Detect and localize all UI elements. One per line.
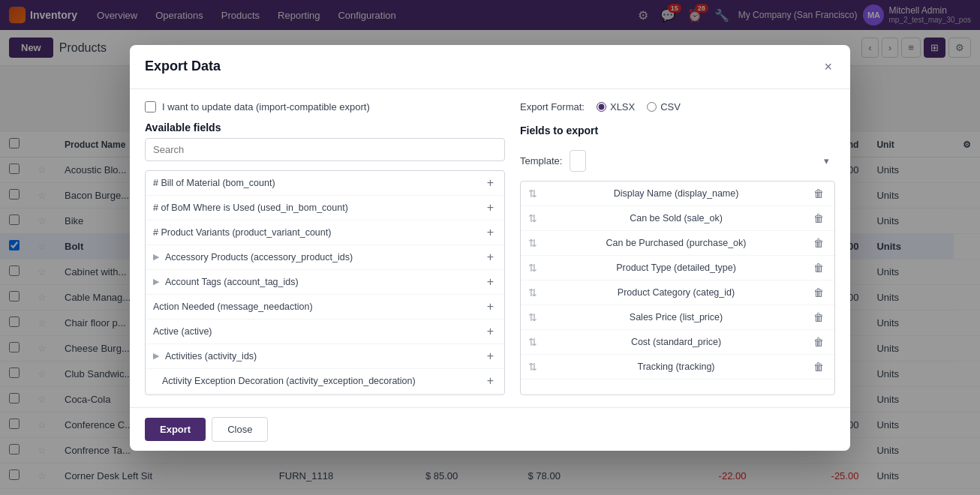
drag-handle-icon[interactable]: ⇅ [528,212,537,224]
list-item[interactable]: Action Needed (message_needaction) + [146,295,504,320]
list-item[interactable]: Activity Exception Decoration (activity_… [146,369,504,394]
close-dialog-button[interactable]: Close [212,417,268,442]
add-field-button[interactable]: + [484,224,497,241]
add-field-button[interactable]: + [484,200,497,216]
export-field-item: ⇅ Sales Price (list_price) 🗑 [521,305,834,330]
modal-close-button[interactable]: × [821,57,835,76]
export-field-label: Display Name (display_name) [614,188,739,199]
format-radio-group: XLSX CSV [597,101,681,112]
add-field-button[interactable]: + [484,373,497,389]
drag-handle-icon[interactable]: ⇅ [528,188,537,200]
drag-handle-icon[interactable]: ⇅ [528,336,537,348]
fields-search-input[interactable] [145,138,505,161]
template-select[interactable] [570,150,586,172]
template-select-wrap [570,150,835,172]
drag-handle-icon[interactable]: ⇅ [528,286,537,298]
delete-field-button[interactable]: 🗑 [810,359,827,374]
available-fields-list: # Bill of Material (bom_count) + # of Bo… [145,170,505,395]
drag-handle-icon[interactable]: ⇅ [528,262,537,274]
export-field-item: ⇅ Tracking (tracking) 🗑 [521,355,834,380]
export-field-label: Tracking (tracking) [637,362,714,372]
left-panel: I want to update data (import-compatible… [145,101,505,395]
modal-overlay[interactable]: Export Data × I want to update data (imp… [0,0,980,495]
template-label: Template: [520,155,562,166]
list-item[interactable]: # of BoM Where is Used (used_in_bom_coun… [146,196,504,220]
modal-body: I want to update data (import-compatible… [130,89,850,407]
delete-field-button[interactable]: 🗑 [810,211,827,226]
list-item[interactable]: ▶Activities (activity_ids) + [146,344,504,369]
list-item[interactable]: # Bill of Material (bom_count) + [146,171,504,196]
export-field-label: Sales Price (list_price) [630,312,723,322]
delete-field-button[interactable]: 🗑 [810,260,827,275]
import-check-row: I want to update data (import-compatible… [145,101,505,112]
available-fields-title: Available fields [145,122,505,134]
export-field-label: Cost (standard_price) [631,337,721,347]
export-field-label: Product Type (detailed_type) [616,262,736,273]
drag-handle-icon[interactable]: ⇅ [528,237,537,249]
import-compatible-checkbox[interactable] [145,101,156,112]
template-row: Template: [520,150,835,172]
fields-to-export-section: Fields to export [520,124,835,141]
export-field-item: ⇅ Can be Sold (sale_ok) 🗑 [521,206,834,231]
right-panel: Export Format: XLSX CSV Fields to expor [520,101,835,395]
add-field-button[interactable]: + [484,249,497,266]
export-button[interactable]: Export [145,418,206,441]
modal-footer: Export Close [130,407,850,451]
export-field-item: ⇅ Can be Purchased (purchase_ok) 🗑 [521,231,834,256]
add-field-button[interactable]: + [484,175,497,191]
drag-handle-icon[interactable]: ⇅ [528,361,537,373]
fields-to-export-title: Fields to export [520,124,835,136]
available-fields-section: Available fields [145,122,505,161]
add-field-button[interactable]: + [484,348,497,364]
list-item[interactable]: Active (active) + [146,320,504,344]
import-check-label: I want to update data (import-compatible… [162,101,370,112]
export-field-label: Product Category (categ_id) [618,287,735,298]
export-field-item: ⇅ Cost (standard_price) 🗑 [521,330,834,355]
modal-title: Export Data [145,58,221,74]
export-dialog: Export Data × I want to update data (imp… [130,45,850,451]
export-fields-list: ⇅ Display Name (display_name) 🗑 ⇅ Can be… [520,181,835,395]
delete-field-button[interactable]: 🗑 [810,334,827,350]
delete-field-button[interactable]: 🗑 [810,310,827,325]
format-xlsx[interactable]: XLSX [597,101,635,112]
list-item[interactable]: ▶Accessory Products (accessory_product_i… [146,245,504,270]
export-field-label: Can be Purchased (purchase_ok) [606,238,747,248]
csv-radio[interactable] [647,102,657,112]
delete-field-button[interactable]: 🗑 [810,186,827,201]
export-field-item: ⇅ Product Type (detailed_type) 🗑 [521,256,834,280]
export-field-item: ⇅ Display Name (display_name) 🗑 [521,182,834,206]
drag-handle-icon[interactable]: ⇅ [528,311,537,323]
modal-header: Export Data × [130,45,850,89]
list-item[interactable]: Activity State (activity_state) + [146,394,504,395]
format-csv[interactable]: CSV [647,101,681,112]
delete-field-button[interactable]: 🗑 [810,236,827,250]
add-field-button[interactable]: + [484,274,497,290]
delete-field-button[interactable]: 🗑 [810,285,827,300]
export-format-label: Export Format: [520,101,585,112]
export-format-row: Export Format: XLSX CSV [520,101,835,112]
export-field-label: Can be Sold (sale_ok) [630,213,723,224]
export-field-item: ⇅ Product Category (categ_id) 🗑 [521,280,834,305]
list-item[interactable]: ▶Account Tags (account_tag_ids) + [146,270,504,295]
xlsx-radio[interactable] [597,102,606,112]
add-field-button[interactable]: + [484,323,497,340]
list-item[interactable]: # Product Variants (product_variant_coun… [146,220,504,245]
add-field-button[interactable]: + [484,298,497,315]
